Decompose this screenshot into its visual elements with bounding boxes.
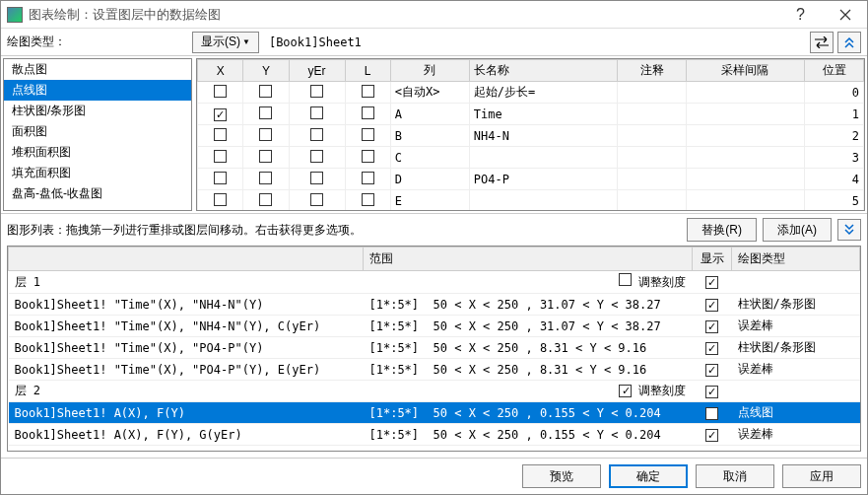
show-checkbox[interactable] — [705, 320, 718, 333]
column-row[interactable]: BNH4-N2 — [198, 125, 864, 147]
checkbox[interactable] — [259, 172, 272, 184]
expand-down-button[interactable] — [837, 219, 861, 241]
checkbox[interactable] — [310, 128, 323, 141]
show-checkbox[interactable] — [705, 386, 718, 398]
graph-row[interactable]: Book1]Sheet1! "Time"(X), "NH4-N"(Y)[1*:5… — [9, 294, 860, 316]
sheet-name: [Book1]Sheet1 — [263, 35, 806, 49]
checkbox[interactable] — [362, 172, 374, 184]
show-checkbox[interactable] — [705, 276, 718, 289]
window-close-button[interactable] — [823, 1, 867, 29]
col-header-long[interactable]: 长名称 — [469, 60, 618, 82]
checkbox[interactable] — [214, 128, 227, 141]
checkbox[interactable] — [214, 108, 227, 121]
plot-type-item[interactable]: 填充面积图 — [4, 163, 191, 183]
cancel-button[interactable]: 取消 — [696, 464, 774, 488]
window-help-button[interactable]: ? — [778, 1, 823, 29]
plot-type-item[interactable]: 盘高-盘低-收盘图 — [4, 183, 191, 204]
checkbox[interactable] — [362, 193, 374, 206]
titlebar-text: 图表绘制：设置图层中的数据绘图 — [29, 6, 778, 24]
plot-type-item[interactable]: 堆积面积图 — [4, 142, 191, 163]
column-row[interactable]: <自动X>起始/步长=0 — [198, 82, 864, 104]
double-chevron-up-icon — [843, 36, 855, 48]
checkbox[interactable] — [214, 172, 227, 184]
checkbox[interactable] — [214, 150, 227, 163]
plot-type-item[interactable]: 点线图 — [4, 80, 191, 101]
checkbox[interactable] — [259, 85, 272, 98]
list-header-show[interactable]: 显示 — [693, 248, 732, 271]
graph-row[interactable]: Book1]Sheet1! "Time"(X), "PO4-P"(Y)[1*:5… — [9, 337, 860, 359]
checkbox[interactable] — [362, 150, 374, 163]
checkbox[interactable] — [259, 150, 272, 163]
graph-row[interactable]: Book1]Sheet1! "Time"(X), "PO4-P"(Y), E(y… — [9, 359, 860, 381]
checkbox[interactable] — [362, 85, 374, 98]
chevron-down-icon: ▼ — [242, 37, 250, 46]
checkbox[interactable] — [310, 106, 323, 119]
col-header-comment[interactable]: 注释 — [618, 60, 687, 82]
list-header-type[interactable]: 绘图类型 — [732, 248, 860, 271]
add-button[interactable]: 添加(A) — [763, 218, 832, 242]
show-checkbox[interactable] — [705, 407, 718, 420]
show-checkbox[interactable] — [705, 364, 718, 377]
checkbox[interactable] — [310, 193, 323, 206]
column-row[interactable]: ATime1 — [198, 104, 864, 125]
ok-button[interactable]: 确定 — [609, 464, 688, 488]
titlebar: 图表绘制：设置图层中的数据绘图 ? — [1, 1, 867, 29]
plot-type-item[interactable]: 面积图 — [4, 121, 191, 142]
column-row[interactable]: C3 — [198, 147, 864, 169]
graph-row[interactable]: Book1]Sheet1! A(X), F(Y), G(yEr)[1*:5*] … — [9, 424, 860, 446]
checkbox[interactable] — [310, 150, 323, 163]
plot-type-item[interactable]: 柱状图/条形图 — [4, 101, 191, 121]
layer-row[interactable]: 层 1 调整刻度 — [9, 271, 860, 294]
checkbox[interactable] — [259, 128, 272, 141]
plot-type-label: 绘图类型： — [7, 34, 66, 50]
close-icon — [839, 9, 851, 21]
checkbox[interactable] — [362, 128, 374, 141]
layer-row[interactable]: 层 2 调整刻度 — [9, 381, 860, 402]
show-checkbox[interactable] — [705, 342, 718, 355]
swap-button[interactable] — [810, 32, 834, 53]
plot-type-item[interactable]: 散点图 — [4, 59, 191, 80]
col-header-x[interactable]: X — [198, 60, 243, 82]
rescale-checkbox[interactable] — [619, 273, 632, 286]
checkbox[interactable] — [259, 193, 272, 206]
arrows-icon — [814, 36, 830, 48]
column-row[interactable]: E5 — [198, 190, 864, 212]
col-header-l[interactable]: L — [345, 60, 390, 82]
col-header-yer[interactable]: yEr — [289, 60, 345, 82]
apply-button[interactable]: 应用 — [782, 464, 861, 488]
checkbox[interactable] — [214, 85, 227, 98]
replace-button[interactable]: 替换(R) — [687, 218, 757, 242]
app-icon — [7, 7, 23, 23]
col-header-pos[interactable]: 位置 — [805, 60, 864, 82]
col-header-y[interactable]: Y — [243, 60, 289, 82]
checkbox[interactable] — [362, 106, 374, 119]
checkbox[interactable] — [310, 85, 323, 98]
graph-list-label: 图形列表：拖拽第一列进行重排或图层间移动。右击获得更多选项。 — [7, 222, 362, 239]
rescale-checkbox[interactable] — [619, 385, 632, 397]
show-checkbox[interactable] — [705, 429, 718, 442]
plot-type-list[interactable]: 散点图点线图柱状图/条形图面积图堆积面积图填充面积图盘高-盘低-收盘图 — [3, 58, 192, 211]
dialog-window: 图表绘制：设置图层中的数据绘图 ? 绘图类型： 显示(S)▼ [Book1]Sh… — [0, 0, 868, 495]
col-header-sample[interactable]: 采样间隔 — [686, 60, 804, 82]
preview-button[interactable]: 预览 — [522, 464, 601, 488]
show-button[interactable]: 显示(S)▼ — [192, 32, 259, 53]
checkbox[interactable] — [310, 172, 323, 184]
column-row[interactable]: DPO4-P4 — [198, 169, 864, 190]
graph-row[interactable]: Book1]Sheet1! A(X), F(Y)[1*:5*] 50 < X <… — [9, 402, 860, 424]
graph-row[interactable]: Book1]Sheet1! "Time"(X), "NH4-N"(Y), C(y… — [9, 316, 860, 337]
checkbox[interactable] — [214, 193, 227, 206]
list-header-range[interactable]: 范围 — [364, 248, 693, 271]
col-header-col[interactable]: 列 — [390, 60, 469, 82]
double-chevron-down-icon — [843, 224, 855, 236]
checkbox[interactable] — [259, 106, 272, 119]
collapse-up-button[interactable] — [837, 32, 861, 53]
show-checkbox[interactable] — [705, 299, 718, 312]
columns-table[interactable]: X Y yEr L 列 长名称 注释 采样间隔 位置 <自动X>起始/步长=0A… — [196, 58, 865, 211]
graph-list[interactable]: 范围 显示 绘图类型 层 1 调整刻度Book1]Sheet1! "Time"(… — [7, 246, 861, 452]
